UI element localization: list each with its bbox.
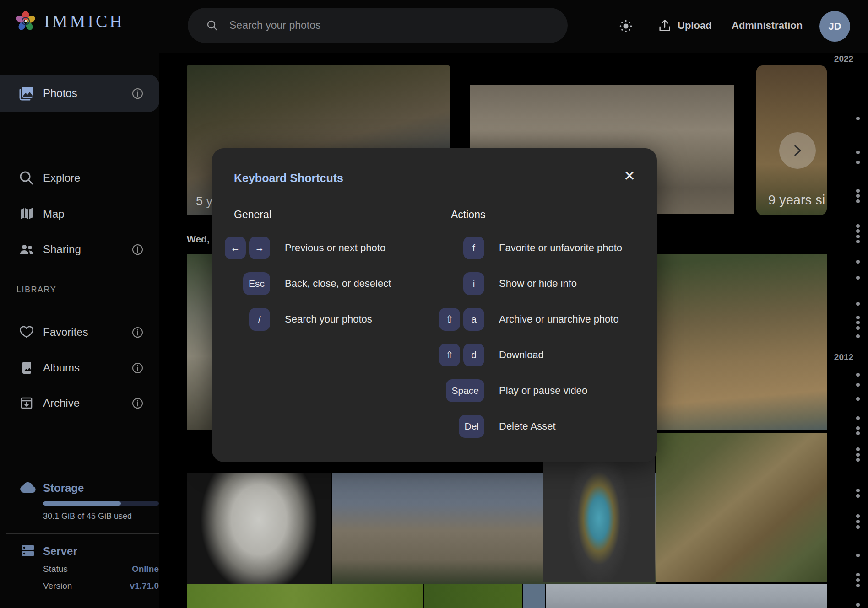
- scrubber-segment-dot: [856, 117, 860, 120]
- photo-tile-marble-sculpture[interactable]: [187, 473, 331, 584]
- scrubber-segment-dot: [856, 229, 860, 233]
- sidebar-item-favorites[interactable]: Favorites: [0, 318, 159, 346]
- scrubber-segment-dot: [856, 416, 860, 420]
- scrubber-segment-dot: [856, 573, 860, 576]
- app-header: IMMICH: [0, 0, 868, 53]
- shortcut-keys: i: [403, 272, 484, 295]
- scrubber-segment-dot: [856, 224, 860, 228]
- theme-toggle-button[interactable]: [615, 16, 636, 37]
- scrubber-segment-dot: [856, 494, 860, 498]
- upload-button[interactable]: Upload: [657, 18, 712, 33]
- search-icon: [18, 170, 35, 186]
- shortcut-description: Archive or unarchive photo: [499, 313, 619, 325]
- scrubber-segment-dot: [856, 397, 860, 401]
- memory-lane-label-2: 9 years si: [768, 193, 825, 208]
- sidebar-item-sharing[interactable]: Sharing: [0, 236, 159, 263]
- sidebar-item-albums[interactable]: Albums: [0, 354, 159, 382]
- server-version-row: Version v1.71.0: [43, 581, 159, 591]
- key-cap: f: [463, 237, 484, 259]
- search-bar[interactable]: [188, 8, 568, 43]
- shortcut-keys: ⇧d: [403, 344, 484, 366]
- logo-wordmark: IMMICH: [44, 11, 125, 31]
- photo-tile-gray[interactable]: [546, 584, 827, 608]
- shortcut-row: ←→Previous or next photo: [224, 237, 391, 259]
- sidebar-item-label: Photos: [43, 87, 77, 100]
- scrubber-segment-dot: [856, 426, 860, 430]
- shortcut-keys: Esc: [224, 272, 270, 295]
- shortcut-description: Delete Asset: [499, 420, 556, 432]
- archive-icon: [18, 395, 35, 411]
- sidebar-item-label: Albums: [43, 361, 80, 374]
- shortcut-row: ⇧dDownload: [403, 344, 622, 366]
- scrubber-segment-dot: [856, 260, 860, 264]
- search-icon: [206, 19, 218, 32]
- storage-title: Storage: [43, 482, 84, 495]
- photo-tile-lizard[interactable]: [656, 433, 827, 582]
- close-icon[interactable]: ✕: [620, 167, 639, 185]
- scrubber-segment-dot: [856, 161, 860, 164]
- key-cap: a: [463, 308, 484, 331]
- scrubber-segment-dot: [856, 199, 860, 203]
- sidebar-item-explore[interactable]: Explore: [0, 164, 159, 192]
- sidebar-item-archive[interactable]: Archive: [0, 389, 159, 417]
- sidebar-item-photos[interactable]: Photos: [0, 75, 159, 112]
- key-cap: d: [463, 344, 484, 366]
- chevron-right-icon: [790, 143, 805, 158]
- key-cap: ⇧: [439, 344, 460, 366]
- version-label: Version: [43, 581, 72, 591]
- key-cap: Del: [459, 415, 484, 438]
- memory-lane-card[interactable]: 9 years si: [756, 65, 827, 215]
- sidebar-item-label: Explore: [43, 172, 80, 184]
- scrubber-segment-dot: [856, 458, 860, 462]
- shortcut-keys: Space: [403, 379, 484, 402]
- search-input[interactable]: [228, 19, 568, 32]
- administration-link[interactable]: Administration: [732, 20, 803, 32]
- shortcut-description: Play or pause video: [499, 385, 587, 397]
- shortcut-keys: f: [403, 237, 484, 259]
- sidebar-item-map[interactable]: Map: [0, 200, 159, 228]
- info-icon[interactable]: [131, 87, 144, 100]
- shortcut-description: Download: [499, 349, 544, 361]
- photo-tile-sliver[interactable]: [523, 584, 545, 608]
- user-avatar[interactable]: JD: [819, 11, 850, 42]
- info-icon[interactable]: [131, 362, 144, 374]
- info-icon[interactable]: [131, 397, 144, 409]
- shortcut-row: EscBack, close, or deselect: [224, 273, 391, 295]
- shortcut-keys: ←→: [224, 237, 270, 259]
- sidebar-divider: [6, 533, 159, 534]
- shortcut-keys: /: [224, 308, 270, 331]
- scrubber-segment-dot: [856, 578, 860, 582]
- scrubber-segment-dot: [856, 189, 860, 193]
- info-icon[interactable]: [131, 326, 144, 339]
- scrubber-segment-dot: [856, 151, 860, 154]
- scrubber-segment-dot: [856, 584, 860, 587]
- scrubber-segment-dot: [856, 235, 860, 238]
- scrubber-segment-dot: [856, 302, 860, 306]
- scrubber-segment-dot: [856, 240, 860, 243]
- scrubber-segment-dot: [856, 321, 860, 324]
- scrubber-segment-dot: [856, 326, 860, 330]
- storage-usage-text: 30.1 GiB of 45 GiB used: [43, 511, 132, 521]
- upload-label: Upload: [678, 20, 712, 32]
- shortcut-section-general: ←→Previous or next photoEscBack, close, …: [224, 237, 391, 344]
- scrubber-segment-dot: [856, 603, 860, 607]
- scrubber-segment-dot: [856, 525, 860, 529]
- section-heading-general: General: [234, 209, 271, 221]
- immich-logo[interactable]: IMMICH: [15, 10, 125, 32]
- shortcut-description: Back, close, or deselect: [285, 278, 391, 290]
- scrubber-segment-dot: [856, 554, 860, 557]
- modal-title: Keyboard Shortcuts: [234, 172, 343, 185]
- memory-next-button[interactable]: [779, 132, 816, 169]
- photos-icon: [18, 85, 35, 102]
- shortcut-description: Favorite or unfavorite photo: [499, 242, 622, 254]
- sidebar-item-label: Archive: [43, 397, 80, 409]
- info-icon[interactable]: [131, 243, 144, 256]
- status-label: Status: [43, 564, 68, 574]
- keyboard-shortcuts-modal: Keyboard Shortcuts ✕ General Actions ←→P…: [212, 148, 657, 462]
- shortcut-row: /Search your photos: [224, 308, 391, 330]
- scrubber-year-label: 2022: [830, 54, 857, 64]
- sidebar-item-label: Favorites: [43, 326, 88, 339]
- photo-tile-foliage-1[interactable]: [187, 584, 423, 608]
- library-section-header: LIBRARY: [16, 285, 56, 295]
- photo-tile-foliage-2[interactable]: [424, 584, 522, 608]
